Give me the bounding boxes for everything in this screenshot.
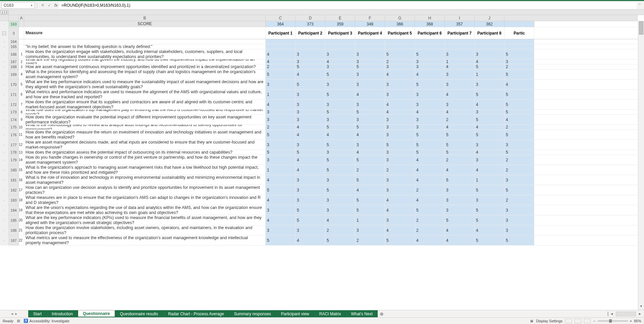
response-value[interactable]: 5 — [445, 130, 475, 140]
response-value[interactable]: 5 — [296, 79, 325, 89]
response-value[interactable]: 5 — [296, 64, 325, 69]
cell[interactable] — [19, 27, 24, 39]
response-value[interactable]: 4 — [415, 195, 445, 205]
response-value[interactable]: 5 — [296, 205, 325, 215]
col-header-G[interactable]: G — [385, 15, 415, 21]
question-text[interactable]: What are the union's expectations regard… — [24, 205, 266, 215]
response-value[interactable]: 5 — [445, 140, 475, 150]
score-value[interactable]: 359 — [325, 21, 355, 27]
display-settings-icon[interactable]: 🖥 — [530, 319, 533, 323]
response-value[interactable]: 4 — [385, 195, 415, 205]
question-text[interactable]: What metrics are used to measure the eff… — [24, 235, 266, 245]
question-number[interactable]: 6 — [19, 90, 24, 99]
select-all-corner[interactable] — [9, 15, 19, 21]
response-value[interactable]: 3 — [445, 79, 475, 89]
enter-icon[interactable]: ✓ — [46, 3, 53, 8]
response-value[interactable]: 3 — [266, 225, 296, 235]
question-number[interactable]: 1 — [19, 49, 24, 59]
participant-header[interactable]: Participant 6 — [415, 27, 445, 39]
zoom-plus-icon[interactable]: + — [630, 319, 632, 323]
question-number[interactable]: 19 — [19, 205, 24, 215]
score-value[interactable]: 368 — [415, 21, 445, 27]
question-text[interactable]: How does the organization engage with st… — [24, 49, 266, 59]
response-value[interactable]: 4 — [355, 150, 385, 155]
response-value[interactable]: 3 — [504, 225, 534, 235]
hscroll-track[interactable] — [616, 312, 636, 316]
response-value[interactable]: 5 — [415, 205, 445, 215]
sheet-tab[interactable]: Introduction — [47, 310, 78, 317]
response-value[interactable]: 4 — [266, 100, 296, 109]
response-value[interactable]: 2 — [355, 165, 385, 175]
participant-header[interactable]: Participant 5 — [385, 27, 415, 39]
response-value[interactable]: 3 — [266, 140, 296, 150]
response-value[interactable]: 4 — [415, 175, 445, 185]
response-value[interactable]: 5 — [325, 185, 355, 195]
response-value[interactable]: 4 — [266, 195, 296, 205]
hscroll-area[interactable]: ┇ ◄ ► — [607, 312, 644, 316]
response-value[interactable]: 4 — [296, 69, 325, 79]
view-page-layout-icon[interactable] — [575, 319, 581, 323]
question-text[interactable]: What metrics and performance indicators … — [24, 90, 266, 99]
row-header[interactable]: 172 — [9, 100, 18, 110]
accessibility-icon[interactable]: ♿ — [23, 319, 28, 323]
response-value[interactable]: 4 — [475, 125, 504, 129]
response-value[interactable]: 3 — [415, 125, 445, 129]
score-value[interactable]: 362 — [475, 21, 504, 27]
response-value[interactable]: 4 — [355, 90, 385, 99]
response-value[interactable]: 2 — [445, 155, 475, 165]
response-value[interactable]: 5 — [266, 235, 296, 245]
response-value[interactable]: 4 — [415, 110, 445, 114]
response-value[interactable]: 5 — [475, 235, 504, 245]
cell[interactable] — [19, 44, 24, 49]
response-value[interactable]: 4 — [266, 59, 296, 64]
col-header-C[interactable]: C — [266, 15, 296, 21]
response-value[interactable]: 3 — [415, 59, 445, 64]
response-value[interactable]: 2 — [445, 115, 475, 124]
outline-level-1[interactable]: 1 — [1, 10, 4, 14]
response-value[interactable]: 3 — [385, 185, 415, 195]
response-value[interactable]: 3 — [296, 59, 325, 64]
response-value[interactable]: 4 — [445, 225, 475, 235]
response-value[interactable]: 3 — [445, 100, 475, 109]
response-value[interactable]: 3 — [355, 69, 385, 79]
response-value[interactable]: 3 — [445, 185, 475, 195]
response-value[interactable]: 3 — [266, 155, 296, 165]
question-number[interactable]: 10 — [19, 125, 24, 129]
response-value[interactable]: 5 — [445, 175, 475, 185]
participant-header[interactable]: Participant 2 — [296, 27, 325, 39]
cell[interactable] — [325, 44, 355, 49]
response-value[interactable]: 5 — [475, 215, 504, 225]
response-value[interactable]: 5 — [445, 150, 475, 155]
response-value[interactable]: 5 — [266, 185, 296, 195]
response-value[interactable]: 4 — [445, 64, 475, 69]
score-value[interactable]: 364 — [266, 21, 296, 27]
score-value[interactable]: 357 — [445, 21, 475, 27]
response-value[interactable]: 3 — [325, 64, 355, 69]
response-value[interactable]: 4 — [475, 165, 504, 175]
response-value[interactable]: 3 — [475, 195, 504, 205]
row-header[interactable]: 164 — [9, 39, 18, 44]
response-value[interactable]: 5 — [475, 130, 504, 140]
col-header-H[interactable]: H — [415, 15, 445, 21]
cell[interactable] — [355, 44, 385, 49]
response-value[interactable]: 1 — [266, 165, 296, 175]
question-number[interactable]: 13 — [19, 150, 24, 155]
response-value[interactable]: 3 — [385, 79, 415, 89]
cell[interactable] — [475, 44, 504, 49]
row-header[interactable]: 175 — [9, 125, 18, 130]
response-value[interactable]: 5 — [296, 215, 325, 225]
response-value[interactable]: 4 — [325, 59, 355, 64]
response-value[interactable]: 4 — [475, 225, 504, 235]
response-value[interactable]: 5 — [504, 49, 534, 59]
participant-header[interactable]: Participant 8 — [475, 27, 504, 39]
row-header[interactable]: 178 — [9, 150, 18, 155]
response-value[interactable]: 4 — [296, 235, 325, 245]
cancel-icon[interactable]: ✕ — [39, 3, 46, 8]
response-value[interactable]: 1 — [475, 175, 504, 185]
response-value[interactable]: 2 — [415, 185, 445, 195]
response-value[interactable]: 3 — [445, 69, 475, 79]
response-value[interactable]: 4 — [415, 69, 445, 79]
add-sheet-button[interactable]: ⊕ — [378, 311, 386, 317]
question-text[interactable]: How does the organization measure the re… — [24, 130, 266, 140]
cell[interactable] — [19, 21, 24, 27]
